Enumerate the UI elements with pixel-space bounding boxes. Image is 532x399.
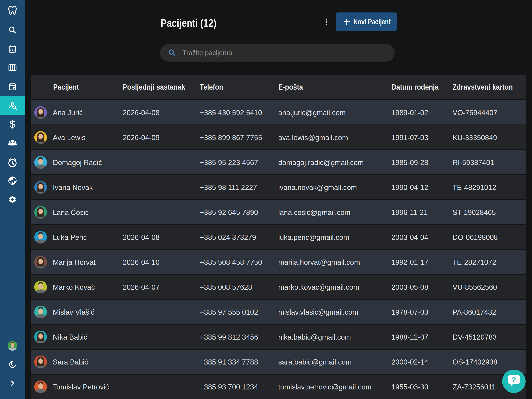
svg-text:?: ?: [512, 376, 516, 384]
svg-text:$: $: [10, 119, 15, 129]
